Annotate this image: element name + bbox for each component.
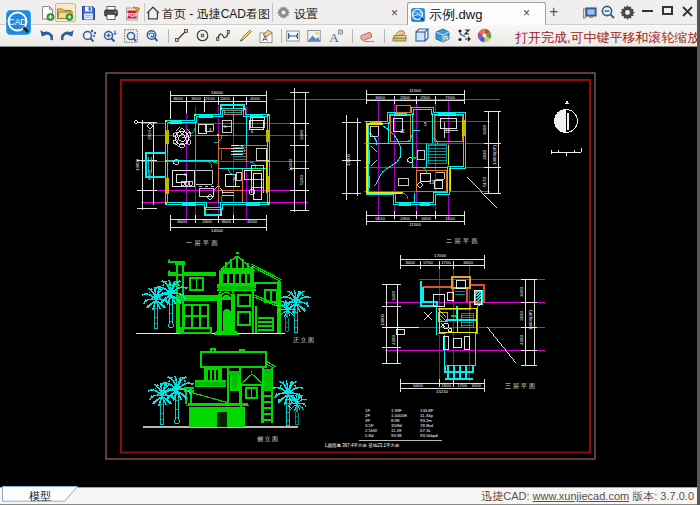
svg-text:7200: 7200	[445, 95, 455, 100]
svg-text:11: 11	[400, 129, 405, 134]
svg-text:15210: 15210	[436, 389, 449, 394]
svg-text:2100: 2100	[205, 96, 215, 101]
svg-text:CAD: CAD	[9, 17, 27, 27]
svg-text:3400: 3400	[482, 125, 487, 135]
svg-text:1900: 1900	[441, 383, 451, 388]
svg-text:2300: 2300	[400, 216, 410, 221]
svg-text:3400: 3400	[519, 287, 524, 297]
svg-text:1500: 1500	[445, 216, 455, 221]
svg-text:2830: 2830	[482, 150, 487, 160]
svg-text:3600: 3600	[173, 96, 183, 101]
svg-text:13000(3F): 13000(3F)	[528, 310, 533, 330]
svg-text:3400: 3400	[375, 95, 385, 100]
svg-text:侧立面: 侧立面	[257, 435, 280, 443]
svg-text:12400: 12400	[288, 158, 293, 171]
svg-text:1700: 1700	[441, 260, 451, 265]
svg-text:3400: 3400	[463, 260, 473, 265]
svg-text:L期雨魔 367.4平方米 基地23.1平方米: L期雨魔 367.4平方米 基地23.1平方米	[325, 443, 400, 448]
svg-text:5.8d: 5.8d	[365, 433, 374, 438]
svg-text:5200: 5200	[299, 175, 304, 185]
svg-text:5610: 5610	[375, 216, 385, 221]
svg-text:2300: 2300	[400, 95, 410, 100]
svg-text:5700: 5700	[423, 260, 433, 265]
svg-text:三层平面: 三层平面	[505, 382, 537, 390]
svg-text:正立面: 正立面	[293, 336, 316, 344]
svg-text:4300: 4300	[519, 335, 524, 345]
svg-text:3400: 3400	[391, 291, 396, 301]
svg-text:5170: 5170	[482, 177, 487, 187]
svg-text:2920: 2920	[147, 130, 152, 140]
svg-text:4500: 4500	[250, 96, 260, 101]
svg-text:3600: 3600	[221, 219, 231, 224]
svg-text:4200: 4200	[247, 219, 257, 224]
svg-text:2400: 2400	[220, 96, 230, 101]
svg-text:PDF: PDF	[127, 12, 139, 18]
svg-text:13000: 13000	[380, 313, 385, 326]
svg-text:A: A	[329, 30, 339, 44]
svg-text:93.5kbpd: 93.5kbpd	[420, 433, 438, 438]
svg-text:13000: 13000	[346, 153, 351, 166]
svg-text:16000: 16000	[211, 90, 224, 95]
svg-text:14500: 14500	[211, 228, 224, 233]
svg-text:13000: 13000	[135, 158, 140, 171]
svg-text:一层平面: 一层平面	[186, 239, 220, 247]
svg-text:2300: 2300	[420, 95, 430, 100]
svg-text:13000(2F): 13000(2F)	[492, 145, 497, 165]
svg-text:6600: 6600	[177, 219, 187, 224]
svg-text:6400: 6400	[413, 383, 423, 388]
svg-text:1700: 1700	[457, 383, 467, 388]
svg-text:2830: 2830	[519, 311, 524, 321]
svg-text:1600: 1600	[471, 383, 481, 388]
svg-text:3400: 3400	[421, 216, 431, 221]
svg-text:93.98: 93.98	[391, 433, 402, 438]
svg-text:17000: 17000	[434, 253, 447, 258]
svg-text:11500: 11500	[409, 88, 421, 93]
svg-text:11500: 11500	[409, 222, 421, 227]
svg-text:3000: 3000	[191, 96, 201, 101]
svg-text:二层平面: 二层平面	[446, 237, 480, 245]
svg-text:CAD: CAD	[412, 12, 423, 17]
svg-text:2400: 2400	[202, 219, 212, 224]
svg-text:2400: 2400	[299, 130, 304, 140]
svg-text:3400: 3400	[405, 260, 415, 265]
svg-text:4300: 4300	[391, 335, 396, 345]
